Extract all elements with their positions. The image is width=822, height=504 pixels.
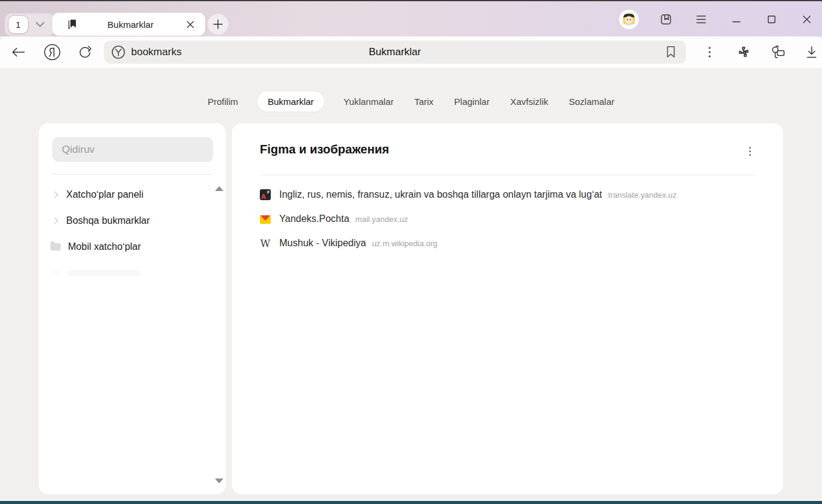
wikipedia-icon: W xyxy=(260,238,271,249)
nav-tab-plaginlar[interactable]: Plaginlar xyxy=(453,92,491,112)
chevron-right-icon[interactable] xyxy=(51,217,58,224)
folder-list: Xatchoʻplar paneli Boshqa bukmarklar Mob… xyxy=(39,181,215,286)
password-manager-icon[interactable] xyxy=(767,42,788,62)
divider xyxy=(260,175,755,175)
profile-avatar[interactable] xyxy=(619,10,639,29)
folder-title: Figma и изображения xyxy=(260,143,389,156)
yandex-home-icon[interactable] xyxy=(42,42,63,62)
chevron-down-icon[interactable] xyxy=(36,22,44,27)
bookmarks-panel: Figma и изображения A # Ingliz, rus, nem… xyxy=(232,123,783,494)
downloads-icon[interactable] xyxy=(801,42,822,62)
more-options-icon[interactable] xyxy=(699,42,720,62)
bookmark-row[interactable]: Yandeks.Pochta mail.yandex.uz xyxy=(260,207,765,231)
nav-tab-profilim[interactable]: Profilim xyxy=(206,92,239,112)
address-bar[interactable]: bookmarks Bukmarklar xyxy=(104,41,686,64)
bookmark-list: A # Ingliz, rus, nemis, fransuz, ukrain … xyxy=(260,183,765,255)
address-input[interactable]: bookmarks xyxy=(131,46,182,58)
page-title: Bukmarklar xyxy=(104,46,686,58)
bookmark-flag-icon[interactable] xyxy=(665,45,676,59)
bookmark-url: uz.m.wikipedia.org xyxy=(372,239,438,248)
sidebar-item-mobile-bookmarks[interactable]: Mobil xatchoʻplar xyxy=(39,234,215,260)
nav-tab-sozlamalar[interactable]: Sozlamalar xyxy=(568,92,616,112)
tab-close-icon[interactable] xyxy=(183,18,197,31)
bookmark-title[interactable]: Yandeks.Pochta xyxy=(279,213,349,224)
side-panel-icon[interactable] xyxy=(658,12,674,27)
close-button[interactable] xyxy=(799,12,815,27)
chevron-right-icon[interactable] xyxy=(51,191,58,198)
tab-title: Bukmarklar xyxy=(78,19,183,30)
divider xyxy=(52,174,213,175)
bookmark-url: mail.yandex.uz xyxy=(355,215,408,224)
reload-button[interactable] xyxy=(75,42,95,62)
minimize-button[interactable] xyxy=(729,12,744,27)
back-button[interactable] xyxy=(8,42,29,62)
browser-window: 1 Bukmarklar xyxy=(0,0,822,504)
scroll-down-icon[interactable] xyxy=(215,479,223,483)
plus-icon xyxy=(213,19,223,29)
yandex-translate-icon: A # xyxy=(260,189,271,200)
toolbar: bookmarks Bukmarklar xyxy=(0,36,822,68)
bookmark-title[interactable]: Ingliz, rus, nemis, fransuz, ukrain va b… xyxy=(279,189,602,200)
bookmark-url: translate.yandex.uz xyxy=(608,190,677,200)
bookmark-row[interactable]: W Mushuk - Vikipediya uz.m.wikipedia.org xyxy=(260,231,765,255)
tab-counter[interactable]: 1 xyxy=(5,13,55,36)
nav-tab-tarix[interactable]: Tarix xyxy=(413,92,435,112)
scroll-up-icon[interactable] xyxy=(215,186,223,191)
bookmarks-sidebar: Xatchoʻplar paneli Boshqa bukmarklar Mob… xyxy=(39,123,226,494)
bookmark-title[interactable]: Mushuk - Vikipediya xyxy=(279,238,366,249)
sidebar-item-bookmarks-bar[interactable]: Xatchoʻplar paneli xyxy=(39,181,215,207)
browser-tab[interactable]: Bukmarklar xyxy=(52,13,205,36)
settings-nav: Profilim Bukmarklar Yuklanmalar Tarix Pl… xyxy=(0,90,822,112)
scrollbar[interactable] xyxy=(214,181,224,488)
ghost-item xyxy=(39,260,215,286)
folder-icon xyxy=(50,243,61,250)
folder-icon xyxy=(50,269,61,277)
extensions-icon[interactable] xyxy=(733,42,754,62)
sidebar-item-other-bookmarks[interactable]: Boshqa bukmarklar xyxy=(39,207,215,234)
new-tab-button[interactable] xyxy=(208,14,228,35)
nav-tab-bukmarklar[interactable]: Bukmarklar xyxy=(257,92,324,112)
menu-icon[interactable] xyxy=(693,12,709,27)
desktop-edge xyxy=(0,501,822,504)
tab-count-badge[interactable]: 1 xyxy=(8,16,28,33)
yandex-mail-icon xyxy=(260,215,271,224)
search-engine-icon xyxy=(111,45,126,59)
kebab-menu-icon[interactable] xyxy=(743,144,756,158)
nav-tab-xavfsizlik[interactable]: Xavfsizlik xyxy=(509,92,549,112)
titlebar: 1 Bukmarklar xyxy=(0,0,822,36)
maximize-button[interactable] xyxy=(764,12,780,27)
search-input[interactable] xyxy=(52,137,213,162)
bookmarks-page-icon xyxy=(67,19,78,30)
bookmark-row[interactable]: A # Ingliz, rus, nemis, fransuz, ukrain … xyxy=(260,183,765,207)
nav-tab-yuklanmalar[interactable]: Yuklanmalar xyxy=(342,92,395,112)
